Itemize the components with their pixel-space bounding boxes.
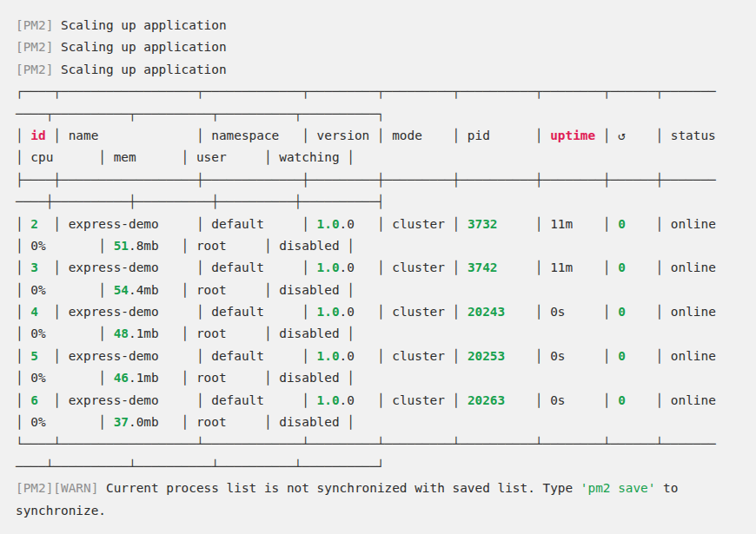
text-segment-fg: │ online xyxy=(626,305,716,319)
text-segment-green: 46 xyxy=(114,371,129,385)
text-segment-fg: │ 0s │ xyxy=(505,305,618,319)
text-segment-dim: [PM2][WARN] xyxy=(16,481,98,495)
table-row: │ 0% │ 48.1mb │ root │ disabled │ xyxy=(16,323,756,345)
text-segment-green: 20243 xyxy=(468,305,505,319)
text-segment-fg: │ xyxy=(16,217,30,231)
text-segment-dim: [PM2] xyxy=(16,63,53,76)
text-segment-fg: .1mb xyxy=(129,326,159,340)
text-segment-fg: │ xyxy=(16,260,30,274)
text-segment-dim: [PM2] xyxy=(16,18,53,32)
text-segment-fg: .8mb xyxy=(129,239,159,253)
table-header-2: │ cpu │ mem │ user │ watching │ xyxy=(16,147,756,168)
table-row: │ 0% │ 46.1mb │ root │ disabled │ xyxy=(16,367,756,389)
text-segment-line: ┌────┬──────────────────┬─────────────┬─… xyxy=(16,84,716,98)
text-segment-fg: │ cluster │ xyxy=(355,260,468,274)
text-segment-fg: │ cluster │ xyxy=(355,305,468,319)
text-segment-fg: Scaling up application xyxy=(53,18,226,32)
table-row: │ 2 │ express-demo │ default │ 1.0.0 │ c… xyxy=(16,214,756,235)
text-segment-red: uptime xyxy=(550,129,595,142)
text-segment-green: 37 xyxy=(114,415,129,429)
text-segment-line: │ xyxy=(16,129,30,142)
text-segment-green: 1.0 xyxy=(317,217,340,231)
text-segment-fg: │ online xyxy=(626,217,716,231)
text-segment-fg: .0 xyxy=(340,393,355,407)
text-segment-fg: │ 0% │ xyxy=(16,415,114,429)
table-row: │ 6 │ express-demo │ default │ 1.0.0 │ c… xyxy=(16,390,756,412)
text-segment-green: 1.0 xyxy=(317,393,340,407)
text-segment-fg: .1mb xyxy=(129,371,159,385)
text-segment-fg: │ 0s │ xyxy=(505,349,618,363)
table-header-1: │ id │ name │ namespace │ version │ mode… xyxy=(16,125,756,147)
text-segment-fg: │ root │ disabled │ xyxy=(159,326,355,340)
text-segment-fg: │ 0% │ xyxy=(16,371,114,385)
text-segment-fg: │ express-demo │ default │ xyxy=(38,349,317,363)
text-segment-fg: Scaling up application xyxy=(53,63,226,76)
table-separator-2: ────┼──────────┼──────────┼──────────┼──… xyxy=(16,191,756,213)
text-segment-fg: .0 xyxy=(340,349,355,363)
text-segment-green: 51 xyxy=(114,239,129,253)
text-segment-fg: │ 11m │ xyxy=(498,217,619,231)
text-segment-green: 6 xyxy=(30,393,38,407)
table-row: │ 0% │ 54.4mb │ root │ disabled │ xyxy=(16,280,756,301)
text-segment-fg: │ cluster │ xyxy=(355,393,468,407)
text-segment-red: id xyxy=(30,129,45,142)
text-segment-green2: 'pm2 save' xyxy=(580,481,656,495)
pm2-scaling-message: [PM2] Scaling up application xyxy=(16,36,756,58)
text-segment-fg: Scaling up application xyxy=(53,40,226,54)
text-segment-fg: .4mb xyxy=(129,283,159,297)
table-row: │ 0% │ 51.8mb │ root │ disabled │ xyxy=(16,235,756,257)
text-segment-line: └────┴──────────────────┴─────────────┴─… xyxy=(16,437,716,451)
pm2-scaling-message: [PM2] Scaling up application xyxy=(16,15,756,36)
table-row: │ 3 │ express-demo │ default │ 1.0.0 │ c… xyxy=(16,257,756,279)
text-segment-fg: │ 0s │ xyxy=(505,393,618,407)
text-segment-fg: │ ↺ │ status xyxy=(595,129,716,142)
text-segment-fg: │ name │ namespace │ version │ mode │ pi… xyxy=(46,129,550,142)
text-segment-line: ├────┼──────────────────┼─────────────┼─… xyxy=(16,173,716,187)
text-segment-fg: │ 0% │ xyxy=(16,283,114,297)
text-segment-fg: │ 0% │ xyxy=(16,326,114,340)
text-segment-fg: Current process list is not synchronized… xyxy=(98,481,580,495)
text-segment-fg: │ 11m │ xyxy=(498,260,619,274)
text-segment-fg: │ express-demo │ default │ xyxy=(38,305,317,319)
text-segment-green: 1.0 xyxy=(317,349,340,363)
table-row: │ 5 │ express-demo │ default │ 1.0.0 │ c… xyxy=(16,346,756,367)
text-segment-dim: [PM2] xyxy=(16,40,53,54)
table-border-top-1: ┌────┬──────────────────┬─────────────┬─… xyxy=(16,81,756,102)
text-segment-fg: .0 xyxy=(340,260,355,274)
text-segment-green: 0 xyxy=(618,305,626,319)
pm2-warning-message: synchronize. xyxy=(16,500,756,522)
text-segment-fg: │ root │ disabled │ xyxy=(159,371,355,385)
text-segment-green: 5 xyxy=(30,349,38,363)
text-segment-fg: .0 xyxy=(340,305,355,319)
text-segment-fg: │ cluster │ xyxy=(355,349,468,363)
table-border-bottom-2: ────┴──────────┴──────────┴──────────┴──… xyxy=(16,456,756,478)
text-segment-green: 3732 xyxy=(468,217,498,231)
terminal-output: [PM2] Scaling up application[PM2] Scalin… xyxy=(0,0,756,534)
table-row: │ 4 │ express-demo │ default │ 1.0.0 │ c… xyxy=(16,301,756,323)
text-segment-green: 1.0 xyxy=(317,260,340,274)
text-segment-fg: .0 xyxy=(340,217,355,231)
text-segment-green: 0 xyxy=(618,349,626,363)
table-border-top-2: ────┬──────────┬──────────┬──────────┬──… xyxy=(16,103,756,125)
text-segment-line: ────┴──────────┴──────────┴──────────┴──… xyxy=(16,459,385,473)
text-segment-green: 2 xyxy=(30,217,38,231)
text-segment-fg: │ express-demo │ default │ xyxy=(38,393,317,407)
text-segment-fg: │ express-demo │ default │ xyxy=(38,260,317,274)
text-segment-green: 1.0 xyxy=(317,305,340,319)
pm2-warning-message: [PM2][WARN] Current process list is not … xyxy=(16,478,756,499)
text-segment-fg: │ root │ disabled │ xyxy=(159,415,355,429)
text-segment-green: 3 xyxy=(30,260,38,274)
text-segment-fg: │ online xyxy=(626,349,716,363)
text-segment-fg: synchronize. xyxy=(16,504,106,518)
text-segment-fg: │ xyxy=(16,393,30,407)
text-segment-green: 0 xyxy=(618,260,626,274)
text-segment-fg: │ root │ disabled │ xyxy=(159,239,355,253)
text-segment-line: ────┬──────────┬──────────┬──────────┬──… xyxy=(16,107,385,121)
text-segment-fg: │ xyxy=(16,349,30,363)
text-segment-fg: │ online xyxy=(626,393,716,407)
pm2-scaling-message: [PM2] Scaling up application xyxy=(16,59,756,81)
text-segment-green: 4 xyxy=(30,305,38,319)
text-segment-green: 0 xyxy=(618,393,626,407)
table-row: │ 0% │ 37.0mb │ root │ disabled │ xyxy=(16,412,756,433)
text-segment-fg: │ express-demo │ default │ xyxy=(38,217,317,231)
